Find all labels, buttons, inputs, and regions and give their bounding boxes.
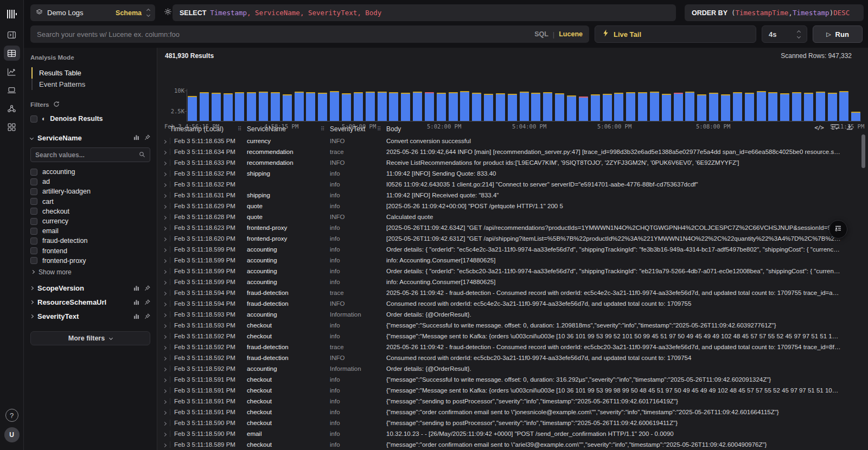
expand-row-icon[interactable] <box>162 246 170 253</box>
filter-value-accounting[interactable]: accounting <box>30 167 150 177</box>
chart-filter-icon[interactable] <box>133 312 139 322</box>
histogram-bar[interactable] <box>496 93 505 121</box>
table-row[interactable]: Feb 3 5:11:18.594 PMfraud-detectionINFOC… <box>157 298 868 309</box>
mode-results-table[interactable]: Results Table <box>31 67 150 79</box>
histogram-bar[interactable] <box>579 97 588 121</box>
histogram-bar[interactable] <box>614 93 623 121</box>
histogram-bar[interactable] <box>709 93 718 121</box>
nav-dashboards[interactable] <box>4 119 20 134</box>
table-row[interactable]: Feb 3 5:11:18.590 PMemailinfo10.32.10.23… <box>157 428 868 439</box>
pin-icon[interactable] <box>144 312 150 322</box>
expand-row-icon[interactable] <box>162 387 170 394</box>
table-row[interactable]: Feb 3 5:11:18.589 PMcheckoutinfo{"messag… <box>157 439 868 450</box>
expand-row-icon[interactable] <box>162 344 170 350</box>
vertical-scrollbar[interactable] <box>861 134 865 168</box>
histogram-bar[interactable] <box>212 93 221 121</box>
source-selector[interactable]: Demo Logs Schema <box>30 4 155 21</box>
pin-icon[interactable] <box>144 284 150 293</box>
expand-row-icon[interactable] <box>162 420 170 426</box>
pin-icon[interactable] <box>144 298 150 307</box>
histogram-bar[interactable] <box>330 91 339 121</box>
refresh-icon[interactable] <box>53 101 60 108</box>
histogram-bar[interactable] <box>508 94 517 121</box>
column-header-timestamp[interactable]: Timestamp (Local) <box>170 125 247 133</box>
search-input[interactable] <box>37 30 534 38</box>
filter-value-frontend-proxy[interactable]: frontend-proxy <box>30 256 150 266</box>
wrap-lines-icon[interactable] <box>831 123 839 132</box>
filter-value-email[interactable]: email <box>30 226 150 236</box>
table-row[interactable]: Feb 3 5:11:18.599 PMaccountinginfoinfo: … <box>157 255 868 266</box>
table-row[interactable]: Feb 3 5:11:18.632 PMshippinginfo11:09:42… <box>157 168 868 179</box>
filter-value-currency[interactable]: currency <box>30 216 150 226</box>
table-row[interactable]: Feb 3 5:11:18.629 PMquoteinfo[2025-05-26… <box>157 201 868 211</box>
table-settings-floating-button[interactable] <box>829 220 847 239</box>
app-logo-icon[interactable] <box>4 7 20 22</box>
checkbox[interactable] <box>30 188 37 195</box>
expand-row-icon[interactable] <box>162 203 170 209</box>
expand-row-icon[interactable] <box>162 159 170 166</box>
expand-row-icon[interactable] <box>162 192 170 198</box>
histogram-bar[interactable] <box>271 92 280 121</box>
histogram-bar[interactable] <box>295 92 304 121</box>
histogram-bar[interactable] <box>472 93 481 121</box>
table-row[interactable]: Feb 3 5:11:18.591 PMcheckoutinfo{"messag… <box>157 385 868 396</box>
histogram-bar[interactable] <box>283 94 292 121</box>
filter-group-severitytext[interactable]: SeverityText <box>30 310 150 324</box>
checkbox[interactable] <box>30 247 37 254</box>
histogram-bar[interactable] <box>626 92 635 121</box>
expand-row-icon[interactable] <box>162 138 170 144</box>
table-row[interactable]: Feb 3 5:11:18.592 PMfraud-detectiontrace… <box>157 342 868 352</box>
histogram-bar[interactable] <box>816 92 825 121</box>
expand-row-icon[interactable] <box>162 268 170 274</box>
nav-clients[interactable] <box>4 82 20 98</box>
table-row[interactable]: Feb 3 5:11:18.593 PMcheckoutinfo{"messag… <box>157 320 868 331</box>
histogram-bar[interactable] <box>638 92 647 121</box>
drag-handle-icon[interactable]: ⠿ <box>377 126 381 132</box>
select-clause-editor[interactable]: SELECTTimestamp, ServiceName, SeverityTe… <box>173 4 676 21</box>
checkbox[interactable] <box>30 208 37 215</box>
nav-chart-explorer[interactable] <box>4 64 20 79</box>
expand-row-icon[interactable] <box>162 181 170 188</box>
checkbox[interactable] <box>30 257 37 264</box>
histogram-bar[interactable] <box>780 93 789 121</box>
histogram-bar[interactable] <box>697 94 706 121</box>
nav-services-map[interactable] <box>4 101 20 116</box>
more-filters-button[interactable]: More filters <box>30 331 150 345</box>
table-row[interactable]: Feb 3 5:11:18.590 PMcheckoutinfo{"messag… <box>157 417 868 428</box>
histogram-bar[interactable] <box>306 92 315 121</box>
histogram-bar[interactable] <box>389 92 398 121</box>
checkbox[interactable] <box>30 228 37 235</box>
checkbox[interactable] <box>30 218 37 225</box>
histogram-bar[interactable] <box>839 91 848 121</box>
histogram-bar[interactable] <box>567 95 576 121</box>
drag-handle-icon[interactable]: ⠿ <box>321 126 324 132</box>
histogram-bar[interactable] <box>484 94 493 121</box>
expand-row-icon[interactable] <box>162 365 170 372</box>
histogram-bar[interactable] <box>757 91 766 121</box>
histogram-bar[interactable] <box>224 93 233 121</box>
expand-row-icon[interactable] <box>162 279 170 285</box>
table-row[interactable]: Feb 3 5:11:18.592 PMaccountingInformatio… <box>157 363 868 374</box>
histogram-bar[interactable] <box>721 94 730 121</box>
nav-search-logs[interactable] <box>4 46 20 61</box>
pin-icon[interactable] <box>144 133 150 143</box>
histogram-bar[interactable] <box>745 93 754 121</box>
expand-row-icon[interactable] <box>162 355 170 361</box>
histogram-bar[interactable] <box>401 93 410 121</box>
column-header-servicename[interactable]: ⠿ServiceName <box>247 125 330 133</box>
histogram-bar[interactable] <box>318 93 327 121</box>
histogram-bar[interactable] <box>354 92 363 121</box>
expand-row-icon[interactable] <box>162 311 170 318</box>
histogram-bar[interactable] <box>342 93 351 121</box>
filter-value-ad[interactable]: ad <box>30 177 150 187</box>
histogram-bar[interactable] <box>674 93 683 121</box>
histogram-bar[interactable] <box>259 92 268 121</box>
table-row[interactable]: Feb 3 5:11:18.594 PMfraud-detectiontrace… <box>157 287 868 298</box>
download-icon[interactable] <box>846 123 853 132</box>
filter-value-frontend[interactable]: frontend <box>30 246 150 256</box>
histogram-bar[interactable] <box>378 92 387 121</box>
histogram-bar[interactable] <box>792 92 801 121</box>
expand-row-icon[interactable] <box>162 224 170 231</box>
mode-toggle-lucene[interactable]: Lucene <box>559 30 583 38</box>
view-sql-icon[interactable]: </> <box>814 124 824 131</box>
